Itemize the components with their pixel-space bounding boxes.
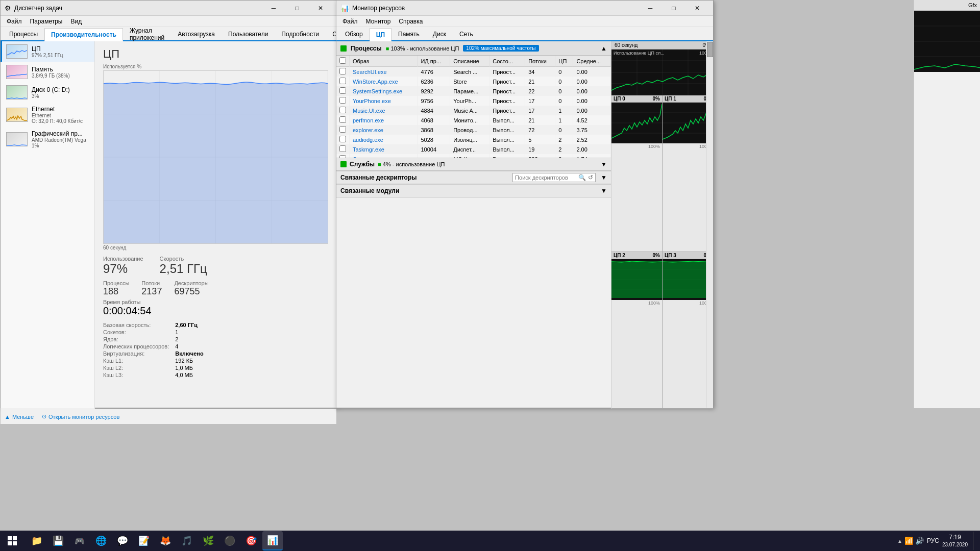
taskbar-app-unknown[interactable]: 🎯 [241,531,261,550]
tray-expand-icon[interactable]: ▲ [897,538,902,544]
proc-row-cpu: 1 [555,115,573,125]
proc-row-desc: Диспет... [450,144,489,154]
sidebar-item-memory[interactable]: Память 3,8/9,9 ГБ (38%) [1,62,94,82]
proc-row-checkbox[interactable] [336,106,350,115]
refresh-icon[interactable]: ↺ [588,174,593,181]
tm-tab-processes[interactable]: Процессы [3,27,44,40]
tm-close-button[interactable]: ✕ [309,1,332,16]
tray-network-icon[interactable]: 📶 [904,537,913,545]
taskbar-app-obs[interactable]: ⚫ [219,531,240,550]
proc-row-checkbox[interactable] [336,115,350,125]
rm-main-scrollbar-thumb[interactable] [707,42,713,57]
tm-tab-details[interactable]: Подробности [275,27,326,40]
tray-volume-icon[interactable]: 🔊 [915,537,924,545]
taskbar-app-chrome[interactable]: 🌐 [91,531,111,550]
start-button[interactable] [0,531,24,551]
tm-tab-users[interactable]: Пользователи [222,27,275,40]
proc-col-name[interactable]: Образ [350,56,418,67]
sidebar-item-cpu[interactable]: ЦП 97% 2,51 ГГц [1,41,94,62]
tm-window-controls: ─ □ ✕ [262,1,332,16]
services-section-header[interactable]: Службы ■ 4% - использование ЦП ▼ [336,158,611,171]
rm-main-scrollbar[interactable] [706,41,713,408]
tm-icon: ⚙ [5,4,11,12]
tm-maximize-button[interactable]: □ [285,1,309,16]
taskbar-app-spotify[interactable]: 🎵 [177,531,197,550]
sidebar-ethernet-name: Ethernet [32,106,90,113]
processes-label: Процессы [103,280,129,286]
rm-menu-bar: Файл Монитор Справка [336,16,713,27]
taskbar-app-store[interactable]: 💾 [48,531,68,550]
overall-cpu-section: 60 секунд 0% Использование ЦП сл... 100% [611,41,713,95]
rm-tab-memory[interactable]: Память [391,27,426,40]
proc-row-checkbox[interactable] [336,77,350,86]
tray-show-desktop[interactable] [973,532,976,550]
rm-minimize-button[interactable]: ─ [639,1,662,16]
taskbar-app-discord[interactable]: 💬 [112,531,133,550]
rm-close-button[interactable]: ✕ [685,1,709,16]
descriptors-stat: Дескрипторы 69755 [174,280,208,297]
tray-language[interactable]: РУС [927,537,939,544]
taskbar-app-steam[interactable]: 🎮 [69,531,90,550]
sidebar-gpu-detail: AMD Radeon(TM) Vega1% [32,137,90,148]
proc-col-cpu[interactable]: ЦП [555,56,573,67]
rm-menu-help[interactable]: Справка [395,16,427,27]
proc-col-avg[interactable]: Средне... [573,56,611,67]
rm-tab-disk[interactable]: Диск [426,27,453,40]
proc-row-checkbox[interactable] [336,96,350,106]
proc-row-checkbox[interactable] [336,125,350,135]
descriptors-collapse-icon[interactable]: ▼ [601,174,607,181]
proc-row-name: audiodg.exe [350,135,418,144]
proc-col-status[interactable]: Состо... [489,56,525,67]
tm-menu-file[interactable]: Файл [3,16,26,27]
taskbar-app-resmon[interactable]: 📊 [262,531,283,550]
rm-tab-cpu[interactable]: ЦП [370,28,391,41]
tm-tab-app-history[interactable]: Журнал приложений [123,27,171,40]
tm-tab-startup[interactable]: Автозагрузка [171,27,222,40]
rm-tab-network[interactable]: Сеть [453,27,480,40]
tm-less-button[interactable]: ▲ Меньше [5,414,34,420]
proc-row-cpu: 0 [555,86,573,96]
proc-row-checkbox[interactable] [336,154,350,158]
tm-open-resmon-button[interactable]: ⊙ Открыть монитор ресурсов [42,413,119,420]
proc-row-checkbox[interactable] [336,144,350,154]
proc-col-threads[interactable]: Потоки [525,56,555,67]
proc-row-checkbox[interactable] [336,135,350,144]
tm-minimize-button[interactable]: ─ [262,1,285,16]
taskbar-app-game2[interactable]: 🌿 [198,531,218,550]
proc-col-pid[interactable]: ИД пр... [418,56,450,67]
proc-row-avg: 1.74 [573,154,611,158]
proc-row-avg: 2.52 [573,135,611,144]
tm-menu-params[interactable]: Параметры [26,16,67,27]
tray-datetime[interactable]: 7:19 23.07.2020 [942,534,968,548]
modules-section-header[interactable]: Связанные модули ▼ [336,184,611,197]
rm-menu-monitor[interactable]: Монитор [362,16,395,27]
tm-tab-performance[interactable]: Производительность [44,28,123,41]
processes-table-container[interactable]: Образ ИД пр... Описание Состо... Потоки … [336,56,611,158]
descriptor-search-input[interactable] [515,174,576,181]
sidebar-item-gpu[interactable]: Графический пр... AMD Radeon(TM) Vega1% [1,127,94,152]
descriptor-search-box[interactable]: 🔍 ↺ [512,173,596,182]
taskbar-app-firefox[interactable]: 🦊 [155,531,176,550]
proc-col-desc[interactable]: Описание [450,56,489,67]
sidebar-gpu-info: Графический пр... AMD Radeon(TM) Vega1% [32,130,90,148]
rm-menu-file[interactable]: Файл [338,16,362,27]
sidebar-item-ethernet[interactable]: Ethernet EthernetО: 32,0 П: 40,0 Кбит/с [1,103,94,127]
rm-tab-overview[interactable]: Обзор [338,27,370,40]
tm-menu-view[interactable]: Вид [66,16,86,27]
tm-titlebar: ⚙ Диспетчер задач ─ □ ✕ [1,1,336,16]
search-icon[interactable]: 🔍 [578,174,586,181]
select-all-checkbox[interactable] [339,57,346,64]
proc-row-pid: 9292 [418,86,450,96]
rm-maximize-button[interactable]: □ [662,1,685,16]
proc-row-checkbox[interactable] [336,86,350,96]
taskbar-app-sublime[interactable]: 📝 [134,531,154,550]
virt-label: Виртуализация: [103,350,169,357]
proc-row-name: Music.UI.exe [350,106,418,115]
sidebar-item-disk[interactable]: Диск 0 (C: D:) 3% [1,82,94,103]
proc-row-checkbox[interactable] [336,67,350,77]
taskbar-app-explorer[interactable]: 📁 [27,531,47,550]
processes-collapse-button[interactable]: ▲ [601,45,607,52]
taskbar: 📁 💾 🎮 🌐 💬 📝 🦊 🎵 🌿 ⚫ 🎯 📊 ▲ 📶 🔊 РУС 7:19 2… [0,531,980,551]
table-row: Music.UI.exe 4884 Music A... Приост... 1… [336,106,611,115]
gfx-title: Gfx [914,0,980,11]
